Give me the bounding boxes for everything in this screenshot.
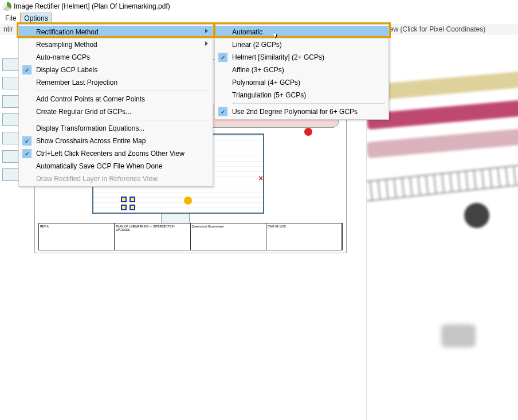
menu-auto-name-gcps[interactable]: Auto-name GCPs [19, 51, 213, 64]
menu-item-label: Show Crosshairs Across Entire Map [36, 137, 146, 145]
menu-autosave-gcp[interactable]: Automatically Save GCP File When Done [19, 160, 213, 172]
menu-create-grid-gcps[interactable]: Create Regular Grid of GCPs... [19, 105, 213, 118]
menu-show-crosshairs[interactable]: ✓ Show Crosshairs Across Entire Map [19, 135, 213, 147]
gcp-marker[interactable] [130, 205, 135, 210]
gcp-marker[interactable] [130, 197, 135, 202]
submenu-affine[interactable]: Affine (3+ GCPs) [215, 64, 388, 76]
submenu-helmert[interactable]: ✓ Helmert [Similarity] (2+ GCPs) [215, 51, 388, 64]
menu-item-label: Resampling Method [36, 41, 97, 49]
check-icon: ✓ [218, 53, 227, 62]
menu-display-equations[interactable]: Display Transformation Equations... [19, 122, 213, 135]
submenu-use-2nd-degree[interactable]: ✓ Use 2nd Degree Polynomial for 6+ GCPs [215, 105, 388, 118]
menu-item-label: Draw Rectified Layer in Reference View [36, 175, 158, 183]
menu-separator [36, 91, 209, 91]
menu-draw-rectified-layer: Draw Rectified Layer in Reference View [19, 172, 213, 185]
window-title: Image Rectifier [Helmert] (Plan Of Linem… [14, 2, 170, 10]
submenu-triangulation[interactable]: Triangulation (5+ GCPs) [215, 89, 388, 101]
submenu-arrow-icon [205, 41, 208, 46]
menu-item-label: Ctrl+Left Click Recenters and Zooms Othe… [36, 150, 185, 158]
check-icon: ✓ [218, 107, 227, 116]
menu-resampling-method[interactable]: Resampling Method [19, 38, 213, 51]
menu-add-corner-points[interactable]: Add Control Points at Corner Points [19, 93, 213, 105]
menu-options[interactable]: Options [20, 13, 52, 24]
menu-item-label: Create Regular Grid of GCPs... [36, 108, 131, 116]
menu-item-label: Use 2nd Degree Polynomial for 6+ GCPs [232, 108, 358, 116]
rectification-submenu: Automatic Linear (2 GCPs) ✓ Helmert [Sim… [214, 24, 389, 120]
menu-display-gcp-labels[interactable]: ✓ Display GCP Labels [19, 64, 213, 76]
submenu-polynomial[interactable]: Polynomial (4+ GCPs) [215, 76, 388, 89]
check-icon: ✓ [22, 136, 32, 146]
menu-item-label: Display GCP Labels [36, 66, 97, 74]
menu-remember-last-projection[interactable]: Remember Last Projection [19, 76, 213, 89]
menu-bar: File Options [0, 13, 518, 24]
submenu-arrow-icon [205, 29, 208, 33]
menu-item-label: Linear (2 GCPs) [232, 41, 282, 49]
reference-image[interactable] [372, 24, 518, 420]
menu-rectification-method[interactable]: Rectification Method [19, 26, 213, 38]
menu-item-label: Automatically Save GCP File When Done [36, 162, 163, 170]
menu-item-label: Automatic [232, 28, 262, 36]
menu-ctrl-left-click[interactable]: ✓ Ctrl+Left Click Recenters and Zooms Ot… [19, 147, 213, 160]
menu-item-label: Triangulation (5+ GCPs) [232, 91, 306, 99]
options-dropdown: Rectification Method Resampling Method A… [18, 24, 213, 187]
menu-item-label: Auto-name GCPs [36, 53, 90, 61]
menu-item-label: Helmert [Similarity] (2+ GCPs) [232, 53, 324, 61]
menu-item-label: Remember Last Projection [36, 78, 117, 87]
submenu-automatic[interactable]: Automatic [215, 26, 388, 38]
menu-item-label: Add Control Points at Corner Points [36, 95, 145, 103]
submenu-linear[interactable]: Linear (2 GCPs) [215, 38, 388, 51]
menu-file[interactable]: File [1, 13, 20, 24]
gcp-marker[interactable] [121, 205, 127, 210]
check-icon: ✓ [22, 149, 32, 158]
drawing-title-block: REV APLAN OF LINEMARKING — INTERSECTION … [38, 223, 343, 250]
menu-item-label: Affine (3+ GCPs) [232, 66, 284, 74]
source-header-partial: ntir [3, 25, 13, 33]
app-icon [2, 2, 11, 11]
menu-separator [36, 120, 209, 120]
menu-item-label: Display Transformation Equations... [36, 124, 144, 132]
title-bar: Image Rectifier [Helmert] (Plan Of Linem… [0, 0, 518, 13]
gcp-marker[interactable] [121, 197, 127, 202]
check-icon: ✓ [22, 65, 32, 74]
menu-separator [232, 103, 385, 104]
reference-pane: ned View (Click for Pixel Coordinates) [367, 24, 518, 420]
menu-item-label: Polynomial (4+ GCPs) [232, 78, 300, 87]
menu-item-label: Rectification Method [36, 28, 99, 36]
